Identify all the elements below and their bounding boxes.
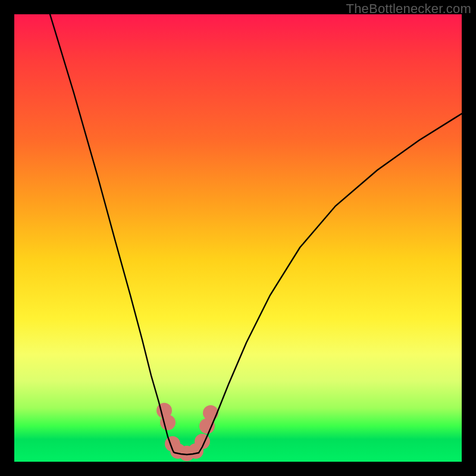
left-curve	[50, 14, 175, 453]
curves-layer	[14, 14, 462, 462]
chart-frame: TheBottlenecker.com	[0, 0, 476, 476]
plot-area	[14, 14, 462, 462]
dip-marker	[199, 418, 215, 434]
right-curve	[199, 114, 462, 453]
dip-marker	[203, 405, 218, 421]
